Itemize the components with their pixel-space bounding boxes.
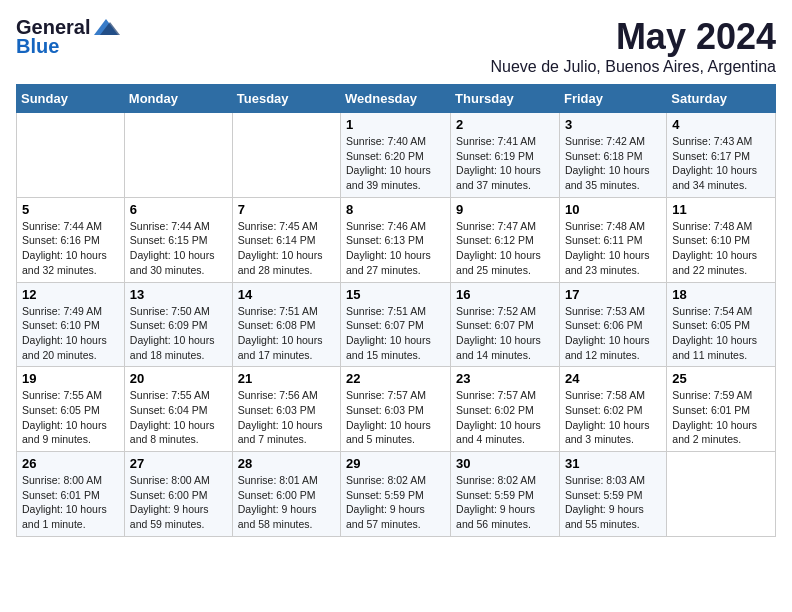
- day-number: 18: [672, 287, 770, 302]
- day-info: Sunrise: 7:58 AM Sunset: 6:02 PM Dayligh…: [565, 388, 661, 447]
- day-info: Sunrise: 8:03 AM Sunset: 5:59 PM Dayligh…: [565, 473, 661, 532]
- calendar-cell: 11Sunrise: 7:48 AM Sunset: 6:10 PM Dayli…: [667, 197, 776, 282]
- day-number: 11: [672, 202, 770, 217]
- day-number: 6: [130, 202, 227, 217]
- day-info: Sunrise: 7:42 AM Sunset: 6:18 PM Dayligh…: [565, 134, 661, 193]
- day-number: 23: [456, 371, 554, 386]
- calendar-cell: 10Sunrise: 7:48 AM Sunset: 6:11 PM Dayli…: [559, 197, 666, 282]
- day-number: 3: [565, 117, 661, 132]
- day-info: Sunrise: 7:57 AM Sunset: 6:03 PM Dayligh…: [346, 388, 445, 447]
- calendar-cell: 18Sunrise: 7:54 AM Sunset: 6:05 PM Dayli…: [667, 282, 776, 367]
- calendar-cell: 12Sunrise: 7:49 AM Sunset: 6:10 PM Dayli…: [17, 282, 125, 367]
- day-info: Sunrise: 8:02 AM Sunset: 5:59 PM Dayligh…: [346, 473, 445, 532]
- header-sunday: Sunday: [17, 85, 125, 113]
- day-info: Sunrise: 7:55 AM Sunset: 6:05 PM Dayligh…: [22, 388, 119, 447]
- day-number: 5: [22, 202, 119, 217]
- title-section: May 2024 Nueve de Julio, Buenos Aires, A…: [490, 16, 776, 76]
- day-info: Sunrise: 7:43 AM Sunset: 6:17 PM Dayligh…: [672, 134, 770, 193]
- calendar-week-row: 19Sunrise: 7:55 AM Sunset: 6:05 PM Dayli…: [17, 367, 776, 452]
- day-number: 8: [346, 202, 445, 217]
- calendar-cell: 8Sunrise: 7:46 AM Sunset: 6:13 PM Daylig…: [341, 197, 451, 282]
- day-number: 27: [130, 456, 227, 471]
- logo-icon: [92, 17, 120, 39]
- calendar-header-row: Sunday Monday Tuesday Wednesday Thursday…: [17, 85, 776, 113]
- day-number: 21: [238, 371, 335, 386]
- calendar-cell: 25Sunrise: 7:59 AM Sunset: 6:01 PM Dayli…: [667, 367, 776, 452]
- day-number: 16: [456, 287, 554, 302]
- calendar-cell: 4Sunrise: 7:43 AM Sunset: 6:17 PM Daylig…: [667, 113, 776, 198]
- day-info: Sunrise: 8:00 AM Sunset: 6:00 PM Dayligh…: [130, 473, 227, 532]
- day-number: 12: [22, 287, 119, 302]
- day-number: 7: [238, 202, 335, 217]
- month-title: May 2024: [490, 16, 776, 58]
- header-saturday: Saturday: [667, 85, 776, 113]
- day-info: Sunrise: 7:55 AM Sunset: 6:04 PM Dayligh…: [130, 388, 227, 447]
- calendar-cell: 15Sunrise: 7:51 AM Sunset: 6:07 PM Dayli…: [341, 282, 451, 367]
- day-number: 17: [565, 287, 661, 302]
- header-tuesday: Tuesday: [232, 85, 340, 113]
- calendar-cell: 9Sunrise: 7:47 AM Sunset: 6:12 PM Daylig…: [451, 197, 560, 282]
- location-title: Nueve de Julio, Buenos Aires, Argentina: [490, 58, 776, 76]
- calendar-cell: 28Sunrise: 8:01 AM Sunset: 6:00 PM Dayli…: [232, 452, 340, 537]
- day-number: 14: [238, 287, 335, 302]
- calendar-cell: 27Sunrise: 8:00 AM Sunset: 6:00 PM Dayli…: [124, 452, 232, 537]
- calendar-cell: 21Sunrise: 7:56 AM Sunset: 6:03 PM Dayli…: [232, 367, 340, 452]
- day-info: Sunrise: 7:59 AM Sunset: 6:01 PM Dayligh…: [672, 388, 770, 447]
- day-number: 25: [672, 371, 770, 386]
- day-number: 29: [346, 456, 445, 471]
- calendar-cell: 24Sunrise: 7:58 AM Sunset: 6:02 PM Dayli…: [559, 367, 666, 452]
- day-number: 10: [565, 202, 661, 217]
- calendar-week-row: 1Sunrise: 7:40 AM Sunset: 6:20 PM Daylig…: [17, 113, 776, 198]
- calendar-cell: 23Sunrise: 7:57 AM Sunset: 6:02 PM Dayli…: [451, 367, 560, 452]
- day-info: Sunrise: 7:40 AM Sunset: 6:20 PM Dayligh…: [346, 134, 445, 193]
- day-info: Sunrise: 7:41 AM Sunset: 6:19 PM Dayligh…: [456, 134, 554, 193]
- calendar-cell: [667, 452, 776, 537]
- logo-blue-text: Blue: [16, 35, 59, 58]
- calendar-cell: 5Sunrise: 7:44 AM Sunset: 6:16 PM Daylig…: [17, 197, 125, 282]
- day-number: 30: [456, 456, 554, 471]
- header-thursday: Thursday: [451, 85, 560, 113]
- day-number: 1: [346, 117, 445, 132]
- calendar-cell: 14Sunrise: 7:51 AM Sunset: 6:08 PM Dayli…: [232, 282, 340, 367]
- calendar-cell: 13Sunrise: 7:50 AM Sunset: 6:09 PM Dayli…: [124, 282, 232, 367]
- day-info: Sunrise: 7:48 AM Sunset: 6:11 PM Dayligh…: [565, 219, 661, 278]
- calendar-cell: [232, 113, 340, 198]
- day-info: Sunrise: 7:57 AM Sunset: 6:02 PM Dayligh…: [456, 388, 554, 447]
- day-info: Sunrise: 7:47 AM Sunset: 6:12 PM Dayligh…: [456, 219, 554, 278]
- page-header: General Blue May 2024 Nueve de Julio, Bu…: [16, 16, 776, 76]
- day-number: 13: [130, 287, 227, 302]
- day-info: Sunrise: 8:02 AM Sunset: 5:59 PM Dayligh…: [456, 473, 554, 532]
- day-info: Sunrise: 7:46 AM Sunset: 6:13 PM Dayligh…: [346, 219, 445, 278]
- header-friday: Friday: [559, 85, 666, 113]
- day-info: Sunrise: 7:45 AM Sunset: 6:14 PM Dayligh…: [238, 219, 335, 278]
- calendar-table: Sunday Monday Tuesday Wednesday Thursday…: [16, 84, 776, 537]
- calendar-cell: 30Sunrise: 8:02 AM Sunset: 5:59 PM Dayli…: [451, 452, 560, 537]
- calendar-cell: 29Sunrise: 8:02 AM Sunset: 5:59 PM Dayli…: [341, 452, 451, 537]
- day-info: Sunrise: 7:53 AM Sunset: 6:06 PM Dayligh…: [565, 304, 661, 363]
- day-number: 4: [672, 117, 770, 132]
- calendar-cell: [124, 113, 232, 198]
- logo: General Blue: [16, 16, 120, 58]
- calendar-cell: 26Sunrise: 8:00 AM Sunset: 6:01 PM Dayli…: [17, 452, 125, 537]
- day-number: 24: [565, 371, 661, 386]
- calendar-cell: [17, 113, 125, 198]
- day-info: Sunrise: 7:50 AM Sunset: 6:09 PM Dayligh…: [130, 304, 227, 363]
- calendar-cell: 1Sunrise: 7:40 AM Sunset: 6:20 PM Daylig…: [341, 113, 451, 198]
- day-info: Sunrise: 7:51 AM Sunset: 6:08 PM Dayligh…: [238, 304, 335, 363]
- header-monday: Monday: [124, 85, 232, 113]
- day-info: Sunrise: 7:56 AM Sunset: 6:03 PM Dayligh…: [238, 388, 335, 447]
- day-number: 31: [565, 456, 661, 471]
- calendar-cell: 6Sunrise: 7:44 AM Sunset: 6:15 PM Daylig…: [124, 197, 232, 282]
- day-info: Sunrise: 8:01 AM Sunset: 6:00 PM Dayligh…: [238, 473, 335, 532]
- day-info: Sunrise: 7:48 AM Sunset: 6:10 PM Dayligh…: [672, 219, 770, 278]
- calendar-week-row: 5Sunrise: 7:44 AM Sunset: 6:16 PM Daylig…: [17, 197, 776, 282]
- day-info: Sunrise: 7:44 AM Sunset: 6:16 PM Dayligh…: [22, 219, 119, 278]
- calendar-cell: 3Sunrise: 7:42 AM Sunset: 6:18 PM Daylig…: [559, 113, 666, 198]
- calendar-cell: 20Sunrise: 7:55 AM Sunset: 6:04 PM Dayli…: [124, 367, 232, 452]
- calendar-cell: 22Sunrise: 7:57 AM Sunset: 6:03 PM Dayli…: [341, 367, 451, 452]
- day-info: Sunrise: 7:54 AM Sunset: 6:05 PM Dayligh…: [672, 304, 770, 363]
- day-number: 9: [456, 202, 554, 217]
- day-number: 15: [346, 287, 445, 302]
- calendar-cell: 17Sunrise: 7:53 AM Sunset: 6:06 PM Dayli…: [559, 282, 666, 367]
- calendar-cell: 16Sunrise: 7:52 AM Sunset: 6:07 PM Dayli…: [451, 282, 560, 367]
